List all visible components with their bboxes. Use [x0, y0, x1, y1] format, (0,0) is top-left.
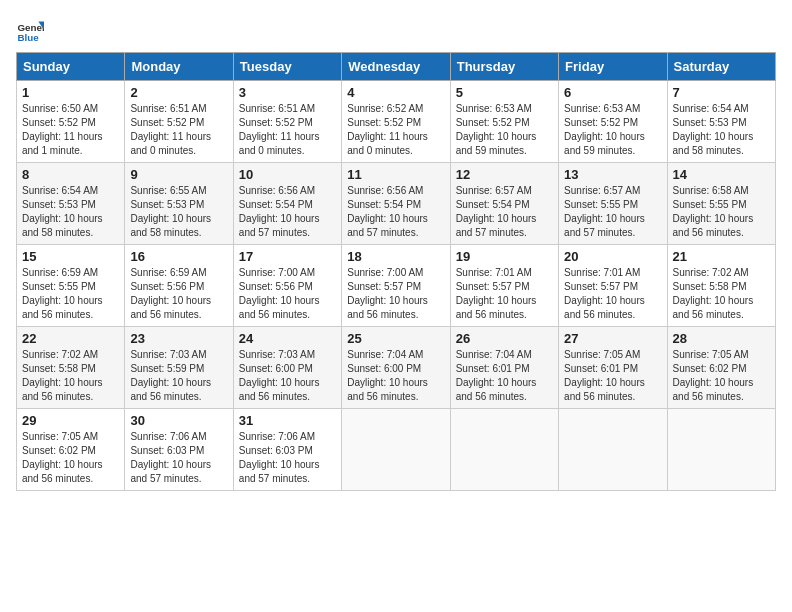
day-number: 23 — [130, 331, 227, 346]
day-number: 31 — [239, 413, 336, 428]
calendar-cell — [450, 409, 558, 491]
calendar-cell: 22Sunrise: 7:02 AMSunset: 5:58 PMDayligh… — [17, 327, 125, 409]
day-number: 10 — [239, 167, 336, 182]
day-number: 29 — [22, 413, 119, 428]
calendar-cell: 12Sunrise: 6:57 AMSunset: 5:54 PMDayligh… — [450, 163, 558, 245]
calendar-week-2: 8Sunrise: 6:54 AMSunset: 5:53 PMDaylight… — [17, 163, 776, 245]
day-number: 15 — [22, 249, 119, 264]
calendar-cell: 14Sunrise: 6:58 AMSunset: 5:55 PMDayligh… — [667, 163, 775, 245]
calendar-cell: 16Sunrise: 6:59 AMSunset: 5:56 PMDayligh… — [125, 245, 233, 327]
day-info: Sunrise: 7:01 AMSunset: 5:57 PMDaylight:… — [564, 266, 661, 322]
day-number: 25 — [347, 331, 444, 346]
day-number: 14 — [673, 167, 770, 182]
day-number: 24 — [239, 331, 336, 346]
weekday-header-sunday: Sunday — [17, 53, 125, 81]
day-info: Sunrise: 7:05 AMSunset: 6:01 PMDaylight:… — [564, 348, 661, 404]
weekday-header-wednesday: Wednesday — [342, 53, 450, 81]
day-info: Sunrise: 7:04 AMSunset: 6:01 PMDaylight:… — [456, 348, 553, 404]
day-info: Sunrise: 7:05 AMSunset: 6:02 PMDaylight:… — [22, 430, 119, 486]
day-number: 27 — [564, 331, 661, 346]
calendar-cell: 30Sunrise: 7:06 AMSunset: 6:03 PMDayligh… — [125, 409, 233, 491]
day-info: Sunrise: 6:53 AMSunset: 5:52 PMDaylight:… — [456, 102, 553, 158]
day-info: Sunrise: 7:00 AMSunset: 5:57 PMDaylight:… — [347, 266, 444, 322]
day-info: Sunrise: 6:54 AMSunset: 5:53 PMDaylight:… — [673, 102, 770, 158]
day-number: 30 — [130, 413, 227, 428]
calendar-cell: 2Sunrise: 6:51 AMSunset: 5:52 PMDaylight… — [125, 81, 233, 163]
day-number: 28 — [673, 331, 770, 346]
calendar-cell: 11Sunrise: 6:56 AMSunset: 5:54 PMDayligh… — [342, 163, 450, 245]
day-number: 7 — [673, 85, 770, 100]
calendar-cell: 24Sunrise: 7:03 AMSunset: 6:00 PMDayligh… — [233, 327, 341, 409]
day-info: Sunrise: 7:01 AMSunset: 5:57 PMDaylight:… — [456, 266, 553, 322]
day-info: Sunrise: 6:52 AMSunset: 5:52 PMDaylight:… — [347, 102, 444, 158]
calendar-cell: 18Sunrise: 7:00 AMSunset: 5:57 PMDayligh… — [342, 245, 450, 327]
day-info: Sunrise: 6:56 AMSunset: 5:54 PMDaylight:… — [347, 184, 444, 240]
day-info: Sunrise: 6:51 AMSunset: 5:52 PMDaylight:… — [239, 102, 336, 158]
calendar-cell: 5Sunrise: 6:53 AMSunset: 5:52 PMDaylight… — [450, 81, 558, 163]
day-number: 16 — [130, 249, 227, 264]
day-number: 3 — [239, 85, 336, 100]
day-info: Sunrise: 7:03 AMSunset: 6:00 PMDaylight:… — [239, 348, 336, 404]
calendar-week-1: 1Sunrise: 6:50 AMSunset: 5:52 PMDaylight… — [17, 81, 776, 163]
day-info: Sunrise: 7:02 AMSunset: 5:58 PMDaylight:… — [673, 266, 770, 322]
logo: General Blue — [16, 16, 48, 44]
day-info: Sunrise: 6:59 AMSunset: 5:56 PMDaylight:… — [130, 266, 227, 322]
calendar-cell: 23Sunrise: 7:03 AMSunset: 5:59 PMDayligh… — [125, 327, 233, 409]
day-number: 11 — [347, 167, 444, 182]
calendar-cell: 21Sunrise: 7:02 AMSunset: 5:58 PMDayligh… — [667, 245, 775, 327]
calendar-cell: 28Sunrise: 7:05 AMSunset: 6:02 PMDayligh… — [667, 327, 775, 409]
day-info: Sunrise: 6:50 AMSunset: 5:52 PMDaylight:… — [22, 102, 119, 158]
day-number: 9 — [130, 167, 227, 182]
calendar-cell: 3Sunrise: 6:51 AMSunset: 5:52 PMDaylight… — [233, 81, 341, 163]
day-info: Sunrise: 7:00 AMSunset: 5:56 PMDaylight:… — [239, 266, 336, 322]
calendar-cell: 31Sunrise: 7:06 AMSunset: 6:03 PMDayligh… — [233, 409, 341, 491]
calendar-cell: 20Sunrise: 7:01 AMSunset: 5:57 PMDayligh… — [559, 245, 667, 327]
day-number: 13 — [564, 167, 661, 182]
day-info: Sunrise: 6:54 AMSunset: 5:53 PMDaylight:… — [22, 184, 119, 240]
calendar-week-3: 15Sunrise: 6:59 AMSunset: 5:55 PMDayligh… — [17, 245, 776, 327]
calendar-cell: 25Sunrise: 7:04 AMSunset: 6:00 PMDayligh… — [342, 327, 450, 409]
page-header: General Blue — [16, 16, 776, 44]
weekday-header-tuesday: Tuesday — [233, 53, 341, 81]
calendar-cell: 19Sunrise: 7:01 AMSunset: 5:57 PMDayligh… — [450, 245, 558, 327]
day-number: 2 — [130, 85, 227, 100]
calendar-cell: 27Sunrise: 7:05 AMSunset: 6:01 PMDayligh… — [559, 327, 667, 409]
calendar-cell: 13Sunrise: 6:57 AMSunset: 5:55 PMDayligh… — [559, 163, 667, 245]
day-number: 21 — [673, 249, 770, 264]
day-number: 4 — [347, 85, 444, 100]
calendar-cell — [342, 409, 450, 491]
day-info: Sunrise: 7:04 AMSunset: 6:00 PMDaylight:… — [347, 348, 444, 404]
day-info: Sunrise: 6:58 AMSunset: 5:55 PMDaylight:… — [673, 184, 770, 240]
weekday-header-thursday: Thursday — [450, 53, 558, 81]
day-info: Sunrise: 7:06 AMSunset: 6:03 PMDaylight:… — [239, 430, 336, 486]
day-number: 19 — [456, 249, 553, 264]
calendar-cell: 10Sunrise: 6:56 AMSunset: 5:54 PMDayligh… — [233, 163, 341, 245]
calendar-cell: 4Sunrise: 6:52 AMSunset: 5:52 PMDaylight… — [342, 81, 450, 163]
day-number: 12 — [456, 167, 553, 182]
weekday-header-monday: Monday — [125, 53, 233, 81]
calendar-cell: 7Sunrise: 6:54 AMSunset: 5:53 PMDaylight… — [667, 81, 775, 163]
day-number: 20 — [564, 249, 661, 264]
day-info: Sunrise: 7:05 AMSunset: 6:02 PMDaylight:… — [673, 348, 770, 404]
calendar-cell: 6Sunrise: 6:53 AMSunset: 5:52 PMDaylight… — [559, 81, 667, 163]
day-info: Sunrise: 6:55 AMSunset: 5:53 PMDaylight:… — [130, 184, 227, 240]
calendar-cell: 17Sunrise: 7:00 AMSunset: 5:56 PMDayligh… — [233, 245, 341, 327]
day-number: 26 — [456, 331, 553, 346]
calendar-cell — [667, 409, 775, 491]
day-info: Sunrise: 7:02 AMSunset: 5:58 PMDaylight:… — [22, 348, 119, 404]
day-info: Sunrise: 7:03 AMSunset: 5:59 PMDaylight:… — [130, 348, 227, 404]
day-info: Sunrise: 6:57 AMSunset: 5:55 PMDaylight:… — [564, 184, 661, 240]
weekday-header-friday: Friday — [559, 53, 667, 81]
day-number: 8 — [22, 167, 119, 182]
day-info: Sunrise: 6:59 AMSunset: 5:55 PMDaylight:… — [22, 266, 119, 322]
weekday-header-saturday: Saturday — [667, 53, 775, 81]
day-info: Sunrise: 6:51 AMSunset: 5:52 PMDaylight:… — [130, 102, 227, 158]
day-number: 1 — [22, 85, 119, 100]
svg-text:Blue: Blue — [17, 32, 39, 43]
day-info: Sunrise: 6:56 AMSunset: 5:54 PMDaylight:… — [239, 184, 336, 240]
day-number: 17 — [239, 249, 336, 264]
calendar-week-5: 29Sunrise: 7:05 AMSunset: 6:02 PMDayligh… — [17, 409, 776, 491]
calendar-cell: 8Sunrise: 6:54 AMSunset: 5:53 PMDaylight… — [17, 163, 125, 245]
logo-icon: General Blue — [16, 16, 44, 44]
day-info: Sunrise: 6:53 AMSunset: 5:52 PMDaylight:… — [564, 102, 661, 158]
